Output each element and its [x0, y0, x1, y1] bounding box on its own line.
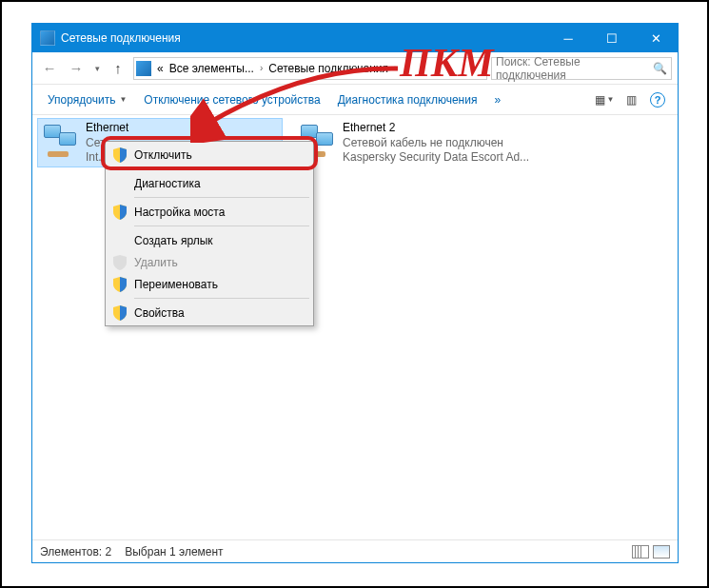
- ctx-properties[interactable]: Свойства: [108, 302, 311, 323]
- breadcrumb-separator: ›: [258, 63, 265, 73]
- diagnose-button[interactable]: Диагностика подключения: [330, 89, 485, 110]
- view-large-icons-button[interactable]: [653, 545, 670, 559]
- help-icon: ?: [650, 92, 665, 108]
- connection-status: Сетевой кабель не подключен: [343, 136, 529, 151]
- ctx-label: Отключить: [134, 148, 192, 162]
- status-bar: Элементов: 2 Выбран 1 элемент: [32, 539, 678, 562]
- ctx-label: Переименовать: [134, 278, 218, 291]
- breadcrumb-separator: ›: [392, 63, 399, 73]
- view-options-button[interactable]: ▦▼: [592, 88, 617, 111]
- maximize-button[interactable]: ☐: [590, 24, 634, 52]
- menu-separator: [134, 197, 309, 198]
- location-icon: [136, 61, 151, 76]
- organize-button[interactable]: Упорядочить ▼: [40, 89, 134, 110]
- toolbar: Упорядочить ▼ Отключение сетевого устрой…: [32, 85, 678, 115]
- minimize-button[interactable]: ─: [546, 24, 590, 52]
- network-adapter-icon: [42, 123, 80, 161]
- menu-separator: [134, 168, 309, 169]
- forward-button[interactable]: →: [65, 57, 88, 80]
- ctx-shortcut[interactable]: Создать ярлык: [108, 229, 311, 251]
- up-button[interactable]: ↑: [107, 57, 129, 80]
- shield-icon: [113, 305, 127, 321]
- menu-separator: [134, 298, 309, 299]
- history-dropdown[interactable]: ▾: [91, 64, 103, 73]
- shield-icon: [113, 277, 127, 292]
- shield-icon: [113, 147, 127, 163]
- breadcrumb[interactable]: « Все элементы... › Сетевые подключения …: [133, 57, 487, 80]
- breadcrumb-prefix: «: [155, 62, 166, 75]
- more-commands-button[interactable]: »: [486, 89, 508, 110]
- connection-item-ethernet2[interactable]: Ethernet 2 Сетевой кабель не подключен K…: [295, 119, 539, 167]
- chevron-down-icon: ▼: [119, 95, 127, 104]
- window-title: Сетевые подключения: [61, 31, 546, 45]
- help-button[interactable]: ?: [645, 88, 670, 111]
- window-icon: [40, 30, 55, 46]
- search-icon[interactable]: 🔍: [653, 62, 667, 75]
- ctx-label: Удалить: [134, 256, 178, 269]
- network-connections-window: Сетевые подключения ─ ☐ ✕ ← → ▾ ↑ « Все …: [31, 23, 679, 563]
- ctx-delete: Удалить: [108, 251, 311, 273]
- search-placeholder: Поиск: Сетевые подключения: [496, 55, 653, 82]
- ctx-label: Настройка моста: [134, 206, 225, 219]
- shield-icon: [113, 255, 127, 270]
- preview-pane-button[interactable]: ▥: [619, 88, 643, 111]
- ctx-disable[interactable]: Отключить: [108, 144, 311, 166]
- breadcrumb-item-current[interactable]: Сетевые подключения: [266, 62, 390, 75]
- back-button[interactable]: ←: [38, 57, 61, 80]
- close-button[interactable]: ✕: [634, 24, 678, 52]
- connection-name: Ethernet: [86, 121, 128, 136]
- ctx-label: Свойства: [134, 306, 185, 320]
- ctx-rename[interactable]: Переименовать: [108, 273, 311, 295]
- ctx-bridge[interactable]: Настройка моста: [108, 201, 311, 223]
- ctx-diagnose[interactable]: Диагностика: [108, 172, 311, 194]
- context-menu: Отключить Диагностика Настройка моста Со…: [105, 141, 314, 326]
- connection-name: Ethernet 2: [343, 121, 529, 136]
- search-input[interactable]: Поиск: Сетевые подключения 🔍: [491, 57, 672, 80]
- organize-label: Упорядочить: [48, 93, 115, 107]
- content-area[interactable]: Ethernet Сеть Int... Ethernet 2 Сетевой …: [32, 115, 678, 539]
- shield-icon: [113, 205, 127, 220]
- view-details-button[interactable]: [632, 545, 649, 559]
- connection-text: Ethernet 2 Сетевой кабель не подключен K…: [343, 121, 529, 166]
- status-selected: Выбран 1 элемент: [125, 545, 223, 559]
- disable-device-button[interactable]: Отключение сетевого устройства: [136, 89, 327, 110]
- breadcrumb-item-all[interactable]: Все элементы...: [167, 62, 256, 75]
- address-bar: ← → ▾ ↑ « Все элементы... › Сетевые подк…: [32, 52, 678, 85]
- titlebar: Сетевые подключения ─ ☐ ✕: [32, 24, 678, 52]
- status-item-count: Элементов: 2: [40, 545, 111, 559]
- menu-separator: [134, 225, 309, 226]
- connection-device: Kaspersky Security Data Escort Ad...: [343, 150, 529, 166]
